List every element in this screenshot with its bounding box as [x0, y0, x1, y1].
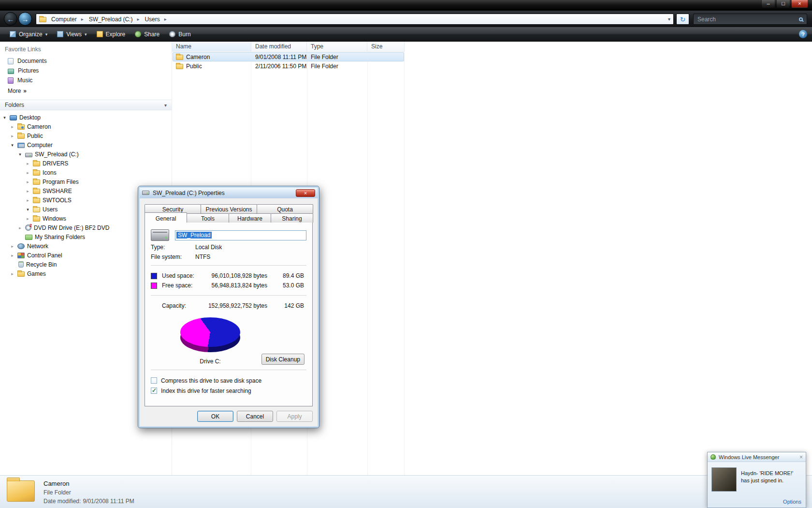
favorite-links-title: Favorite Links: [0, 42, 172, 56]
dialog-button[interactable]: OK: [197, 411, 233, 422]
search-box[interactable]: [693, 14, 807, 25]
tree-item[interactable]: Program Files: [0, 177, 172, 186]
tab[interactable]: Hardware: [229, 213, 271, 223]
folders-band[interactable]: Folders ▾: [0, 100, 172, 110]
favorite-link[interactable]: Music: [0, 75, 172, 85]
close-button[interactable]: ×: [791, 0, 808, 8]
file-icon: [176, 55, 183, 60]
tree-item[interactable]: Desktop: [0, 113, 172, 122]
toolbar-button-icon: [169, 31, 175, 37]
tab[interactable]: General: [145, 212, 187, 223]
disk-cleanup-button[interactable]: Disk Cleanup: [261, 354, 304, 365]
tree-item-icon: [33, 216, 40, 222]
tree-item-label: DRIVERS: [43, 160, 68, 167]
favorite-link-icon: [8, 58, 14, 64]
tree-item-label: Control Panel: [27, 252, 62, 259]
checkbox-row[interactable]: Compress this drive to save disk space: [151, 375, 306, 386]
tree-item[interactable]: Cameron: [0, 122, 172, 131]
minimize-button[interactable]: –: [761, 0, 775, 8]
messenger-header[interactable]: Windows Live Messenger ×: [708, 452, 806, 462]
tree-expander-icon[interactable]: [10, 271, 15, 276]
capacity-label: Capacity:: [162, 302, 201, 309]
column-header[interactable]: Type: [307, 42, 367, 52]
tree-expander-icon[interactable]: [10, 134, 15, 138]
dialog-button[interactable]: Apply: [276, 411, 313, 422]
tree-item-icon: [33, 189, 40, 194]
breadcrumb-dropdown-icon[interactable]: ▾: [668, 16, 670, 22]
tree-item[interactable]: Public: [0, 131, 172, 140]
favorite-link[interactable]: Pictures: [0, 66, 172, 75]
tree-expander-icon[interactable]: [25, 179, 30, 184]
file-row[interactable]: Cameron 9/01/2008 11:11 PM File Folder: [173, 52, 404, 61]
tree-item-icon: [17, 271, 25, 277]
toolbar-button[interactable]: Organize ▾: [5, 29, 52, 40]
tree-item-label: Users: [43, 206, 58, 213]
tree-item[interactable]: DRIVERS: [0, 159, 172, 168]
contact-picture[interactable]: [711, 467, 737, 492]
dialog-body: Security Previous Versions Quota General…: [140, 198, 318, 426]
toolbar-button[interactable]: Share ▾: [130, 29, 164, 40]
maximize-button[interactable]: □: [776, 0, 790, 8]
toolbar-button[interactable]: Explore ▾: [92, 29, 130, 40]
legend-swatch: [151, 273, 157, 279]
dialog-titlebar[interactable]: SW_Preload (C:) Properties ×: [140, 188, 318, 198]
breadcrumb-segment[interactable]: Users: [144, 15, 171, 23]
tree-expander-icon[interactable]: [10, 124, 15, 129]
date-modified-value: 9/01/2008 11:11 PM: [83, 498, 134, 505]
breadcrumb-segment[interactable]: Computer: [50, 15, 88, 23]
favorite-link-icon: [8, 77, 14, 84]
tab[interactable]: Quota: [257, 204, 313, 213]
tab[interactable]: Previous Versions: [201, 204, 257, 213]
messenger-close-icon[interactable]: ×: [799, 454, 803, 461]
tree-expander-icon[interactable]: [25, 198, 30, 203]
column-header[interactable]: Name: [172, 42, 251, 52]
capacity-bytes: 152,958,922,752 bytes: [201, 302, 267, 309]
breadcrumb[interactable]: Computer SW_Preload (C:) Users ▾: [36, 14, 674, 25]
tab[interactable]: Sharing: [271, 213, 313, 223]
tree-expander-icon[interactable]: [17, 225, 23, 230]
selected-item-icon: [7, 480, 35, 502]
dialog-close-icon[interactable]: ×: [296, 189, 315, 197]
favorite-link[interactable]: Documents: [0, 56, 172, 66]
toolbar-button[interactable]: Burn ▾: [164, 29, 195, 40]
tree-expander-icon[interactable]: [10, 253, 15, 258]
tree-item[interactable]: Icons: [0, 168, 172, 177]
toolbar-button[interactable]: Views ▾: [52, 29, 91, 40]
messenger-options-link[interactable]: Options: [783, 499, 801, 505]
tree-expander-icon[interactable]: [10, 143, 15, 148]
address-bar: ← → Computer SW_Preload (C:) Users ▾ ↻: [0, 11, 812, 27]
tree-item[interactable]: Computer: [0, 140, 172, 149]
dialog-button[interactable]: Cancel: [237, 411, 273, 422]
column-header[interactable]: Date modified: [251, 42, 307, 52]
folders-band-label: Folders: [5, 102, 24, 108]
search-input[interactable]: [697, 16, 799, 23]
tree-expander-icon[interactable]: [10, 244, 15, 249]
column-header[interactable]: Size: [367, 42, 405, 52]
tree-item[interactable]: SW_Preload (C:): [0, 149, 172, 159]
drive-name-input[interactable]: SW_Preload: [175, 230, 306, 240]
forward-button[interactable]: →: [18, 12, 32, 26]
checkbox-row[interactable]: Index this drive for faster searching: [151, 386, 306, 396]
help-icon[interactable]: [799, 30, 807, 38]
tree-expander-icon[interactable]: [25, 207, 30, 212]
tree-item-label: Icons: [43, 169, 57, 176]
tab[interactable]: Tools: [187, 213, 229, 223]
file-row[interactable]: Public 2/11/2006 11:50 PM File Folder: [173, 61, 404, 71]
refresh-button[interactable]: ↻: [676, 14, 689, 25]
tree-expander-icon[interactable]: [25, 170, 30, 175]
favorite-link-icon: [8, 69, 14, 74]
breadcrumb-segment[interactable]: SW_Preload (C:): [88, 15, 144, 23]
drive-name-value: SW_Preload: [176, 232, 212, 239]
more-label: More: [8, 88, 21, 94]
tree-expander-icon[interactable]: [17, 152, 23, 157]
tree-expander-icon[interactable]: [25, 161, 30, 166]
back-button[interactable]: ←: [4, 12, 17, 26]
tree-expander-icon[interactable]: [2, 115, 7, 120]
column-headers: Name Date modified Type Size: [172, 42, 405, 52]
messenger-icon: [710, 454, 716, 460]
tree-expander-icon[interactable]: [25, 189, 30, 194]
more-links[interactable]: More »: [0, 85, 172, 98]
tree-expander-icon[interactable]: [25, 216, 30, 221]
checkbox[interactable]: [151, 388, 157, 394]
checkbox[interactable]: [151, 377, 157, 384]
